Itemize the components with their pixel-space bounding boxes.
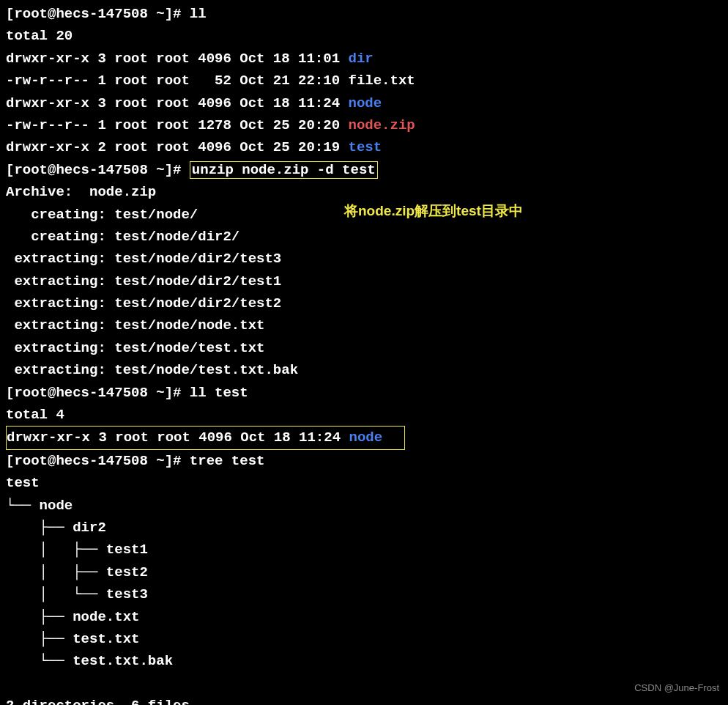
terminal-line: [root@hecs-147508 ~]# unzip node.zip -d … bbox=[6, 159, 722, 181]
tree-line: ├── test.txt bbox=[6, 628, 722, 650]
terminal-line: [root@hecs-147508 ~]# ll bbox=[6, 3, 722, 25]
ll-entry: drwxr-xr-x 3 root root 4096 Oct 18 11:01… bbox=[6, 48, 722, 70]
unzip-line: creating: test/node/dir2/ bbox=[6, 226, 722, 248]
ll-output: drwxr-xr-x 3 root root 4096 Oct 18 11:01… bbox=[6, 48, 722, 159]
tree-line: │ ├── test1 bbox=[6, 539, 722, 561]
unzip-line: extracting: test/node/test.txt bbox=[6, 337, 722, 359]
terminal-line: [root@hecs-147508 ~]# ll test bbox=[6, 382, 722, 404]
highlighted-command: unzip node.zip -d test bbox=[190, 161, 378, 179]
terminal-line bbox=[6, 673, 722, 695]
terminal-line: [root@hecs-147508 ~]# tree test bbox=[6, 450, 722, 472]
unzip-line: extracting: test/node/node.txt bbox=[6, 314, 722, 336]
tree-line: └── test.txt.bak bbox=[6, 650, 722, 672]
tree-line: │ └── test3 bbox=[6, 583, 722, 605]
tree-line: └── node bbox=[6, 495, 722, 517]
ll-entry: drwxr-xr-x 3 root root 4096 Oct 18 11:24… bbox=[6, 92, 722, 114]
tree-line: │ ├── test2 bbox=[6, 561, 722, 583]
terminal-line: total 20 bbox=[6, 25, 722, 47]
ll-entry: drwxr-xr-x 2 root root 4096 Oct 25 20:19… bbox=[6, 136, 722, 158]
tree-line: ├── dir2 bbox=[6, 517, 722, 539]
tree-output: test└── node ├── dir2 │ ├── test1 │ ├── … bbox=[6, 472, 722, 673]
terminal-line: drwxr-xr-x 3 root root 4096 Oct 18 11:24… bbox=[6, 426, 722, 449]
unzip-line: extracting: test/node/test.txt.bak bbox=[6, 359, 722, 381]
ll-entry: -rw-r--r-- 1 root root 52 Oct 21 22:10 f… bbox=[6, 70, 722, 92]
unzip-output: creating: test/node/ creating: test/node… bbox=[6, 204, 722, 382]
tree-line: ├── node.txt bbox=[6, 606, 722, 628]
unzip-line: extracting: test/node/dir2/test2 bbox=[6, 292, 722, 314]
terminal-line: total 4 bbox=[6, 404, 722, 426]
watermark: CSDN @June-Frost bbox=[634, 681, 719, 696]
terminal-line: 2 directories, 6 files bbox=[6, 695, 722, 705]
unzip-line: extracting: test/node/dir2/test1 bbox=[6, 270, 722, 292]
ll-entry: -rw-r--r-- 1 root root 1278 Oct 25 20:20… bbox=[6, 114, 722, 136]
tree-line: test bbox=[6, 472, 722, 494]
highlighted-row: drwxr-xr-x 3 root root 4096 Oct 18 11:24… bbox=[6, 426, 405, 449]
unzip-line: extracting: test/node/dir2/test3 bbox=[6, 248, 722, 270]
annotation-text: 将node.zip解压到test目录中 bbox=[344, 200, 523, 222]
